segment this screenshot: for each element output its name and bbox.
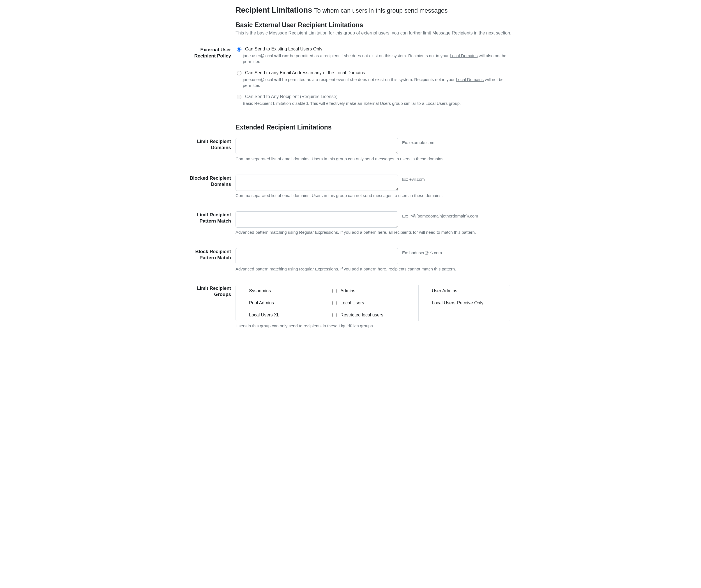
policy-option-any-local-domain: Can Send to any Email Address in any of … xyxy=(236,70,519,88)
policy-option-existing-local: Can Send to Existing Local Users Only ja… xyxy=(236,46,519,64)
policy-label: External User Recipient Policy xyxy=(182,46,236,59)
policy-option-label: Can Send to Existing Local Users Only xyxy=(245,46,322,52)
limit-pattern-example: Ex: .*@(somedomain|otherdomain)\.com xyxy=(402,211,478,218)
group-checkbox-sysadmins[interactable]: Sysadmins xyxy=(236,285,327,297)
policy-option-label: Can Send to any Email Address in any of … xyxy=(245,70,365,75)
limit-pattern-input[interactable] xyxy=(236,211,398,228)
title-text: Recipient Limitations xyxy=(236,6,312,14)
group-checkbox-local-users-receive-only[interactable]: Local Users Receive Only xyxy=(419,297,510,309)
page-title: Recipient Limitations To whom can users … xyxy=(236,6,519,15)
blocked-domains-label: Blocked Recipient Domains xyxy=(182,175,236,188)
group-checkbox-restricted-local-users[interactable]: Restricted local users xyxy=(327,309,419,321)
policy-option-help: jane.user@local will not be permitted as… xyxy=(243,53,519,64)
checkbox-label: Local Users xyxy=(340,300,364,305)
limit-pattern-help: Advanced pattern matching using Regular … xyxy=(236,229,519,235)
group-checkbox-admins[interactable]: Admins xyxy=(327,285,419,297)
blocked-domains-example: Ex: evil.com xyxy=(402,175,425,182)
limit-domains-help: Comma separated list of email domains. U… xyxy=(236,156,519,162)
checkbox-label: Sysadmins xyxy=(249,288,271,293)
limit-domains-example: Ex: example.com xyxy=(402,138,434,145)
checkbox[interactable] xyxy=(332,289,337,293)
extended-heading: Extended Recipient Limitations xyxy=(236,123,519,131)
policy-option-help: jane.user@local will be permitted as a a… xyxy=(243,76,519,88)
limit-groups-help: Users in this group can only send to rec… xyxy=(236,323,519,329)
blocked-domains-input[interactable] xyxy=(236,175,398,191)
policy-option-help: Basic Recipient Limitation disabled. Thi… xyxy=(243,100,519,106)
policy-option-label: Can Send to Any Recipient (Requires Lice… xyxy=(245,94,337,99)
basic-heading: Basic External User Recipient Limitation… xyxy=(236,21,519,29)
block-pattern-help: Advanced pattern matching using Regular … xyxy=(236,266,519,272)
block-pattern-input[interactable] xyxy=(236,248,398,264)
checkbox-label: Admins xyxy=(340,288,355,293)
checkbox-label: Local Users XL xyxy=(249,312,279,318)
limit-domains-label: Limit Recipient Domains xyxy=(182,138,236,151)
checkbox[interactable] xyxy=(241,313,245,317)
policy-radio-any-local-domain[interactable] xyxy=(237,71,241,75)
limit-pattern-label: Limit Recipient Pattern Match xyxy=(182,211,236,224)
group-checkbox-pool-admins[interactable]: Pool Admins xyxy=(236,297,327,309)
limit-domains-input[interactable] xyxy=(236,138,398,154)
checkbox[interactable] xyxy=(424,301,428,305)
checkbox-label: Local Users Receive Only xyxy=(432,300,483,305)
checkbox-label: Restricted local users xyxy=(340,312,383,318)
policy-radio-existing-local[interactable] xyxy=(237,47,241,52)
checkbox[interactable] xyxy=(332,301,337,305)
checkbox-label: Pool Admins xyxy=(249,300,274,305)
policy-option-any-recipient: Can Send to Any Recipient (Requires Lice… xyxy=(236,94,519,106)
checkbox[interactable] xyxy=(424,289,428,293)
checkbox[interactable] xyxy=(241,301,245,305)
group-checkbox-user-admins[interactable]: User Admins xyxy=(419,285,510,297)
limit-groups-grid: Sysadmins Admins User Admins Pool Admins… xyxy=(236,285,510,321)
checkbox-label: User Admins xyxy=(432,288,457,293)
group-checkbox-local-users[interactable]: Local Users xyxy=(327,297,419,309)
block-pattern-label: Block Recipient Pattern Match xyxy=(182,248,236,261)
checkbox[interactable] xyxy=(332,313,337,317)
group-checkbox-local-users-xl[interactable]: Local Users XL xyxy=(236,309,327,321)
checkbox[interactable] xyxy=(241,289,245,293)
title-subtitle: To whom can users in this group send mes… xyxy=(314,7,448,14)
blocked-domains-help: Comma separated list of email domains. U… xyxy=(236,193,519,199)
local-domains-link[interactable]: Local Domains xyxy=(450,53,478,58)
empty-cell xyxy=(419,309,510,321)
policy-radio-any-recipient xyxy=(237,95,241,99)
local-domains-link[interactable]: Local Domains xyxy=(456,77,484,82)
block-pattern-example: Ex: baduser@.*\.com xyxy=(402,248,442,255)
basic-lead: This is the basic Message Recipient Limi… xyxy=(236,31,519,36)
limit-groups-label: Limit Recipient Groups xyxy=(182,285,236,298)
